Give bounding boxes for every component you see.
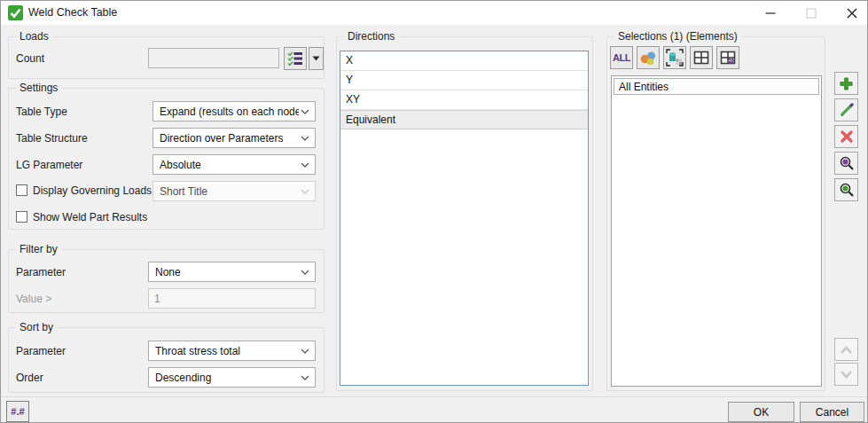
lg-parameter-label: LG Parameter [16, 159, 82, 171]
delete-selection-button[interactable] [834, 125, 858, 148]
chevron-down-icon [301, 375, 309, 380]
ok-button[interactable]: OK [728, 402, 794, 422]
governing-loads-title-value: Short Title [160, 185, 207, 198]
edit-pencil-icon [839, 103, 854, 118]
filter-value-input [148, 288, 316, 309]
table-type-label: Table Type [16, 106, 67, 118]
directions-group-label: Directions [344, 30, 398, 43]
filter-parameter-label: Parameter [16, 266, 66, 278]
move-down-button[interactable] [834, 363, 858, 386]
sort-by-group: Sort by Parameter Throat stress total Or… [8, 327, 325, 393]
directions-group: Directions X Y XY Equivalent [336, 36, 593, 391]
count-input[interactable] [148, 48, 279, 68]
select-by-entity-button[interactable] [637, 46, 660, 69]
weld-check-table-dialog: Weld Check Table Loads Count Settings T [0, 0, 868, 423]
move-up-button[interactable] [834, 338, 858, 361]
chevron-down-icon [301, 189, 309, 194]
selection-item-all-entities[interactable]: All Entities [614, 78, 819, 95]
add-icon [839, 76, 854, 91]
direction-item-y[interactable]: Y [340, 71, 588, 90]
zoom-visible-button[interactable] [834, 178, 858, 201]
all-text: ALL [613, 52, 630, 63]
close-button[interactable] [835, 1, 868, 25]
number-format-button[interactable]: #.# [6, 401, 29, 422]
governing-loads-title-select: Short Title [152, 181, 316, 201]
show-weld-part-results-checkbox[interactable] [16, 211, 27, 223]
directions-list: X Y XY Equivalent [340, 51, 589, 386]
table-type-value: Expand (results on each node [160, 106, 299, 118]
select-on-screen-icon [666, 49, 684, 67]
table-structure-value: Direction over Parameters [160, 132, 283, 145]
move-down-icon [839, 369, 854, 380]
grid-partial-fill-icon [719, 49, 737, 67]
count-label: Count [16, 52, 44, 65]
cancel-button[interactable]: Cancel [800, 402, 864, 422]
filter-by-group-label: Filter by [16, 243, 61, 256]
sort-parameter-label: Parameter [16, 345, 66, 357]
check-icon [8, 5, 23, 20]
dropdown-arrow-icon [312, 56, 320, 61]
filter-value-label: Value > [16, 293, 51, 305]
table-structure-label: Table Structure [16, 132, 88, 145]
chevron-down-icon [301, 162, 309, 168]
grid-icon [692, 49, 710, 67]
close-icon [847, 8, 857, 19]
sort-order-value: Descending [155, 372, 211, 384]
titlebar: Weld Check Table [1, 1, 867, 25]
sort-by-group-label: Sort by [16, 321, 57, 334]
filter-parameter-value: None [155, 266, 181, 278]
load-multi-select-button[interactable] [284, 47, 307, 70]
direction-item-x[interactable]: X [340, 51, 588, 71]
window-title: Weld Check Table [28, 6, 117, 19]
chevron-down-icon [301, 270, 309, 275]
direction-item-xy[interactable]: XY [340, 90, 588, 110]
chevron-down-icon [301, 349, 309, 354]
show-weld-part-results-label: Show Weld Part Results [33, 211, 147, 223]
sort-order-label: Order [16, 372, 43, 384]
colored-entities-icon [639, 49, 657, 67]
selections-group: Selections (1) (Elements) ALL [606, 36, 825, 391]
edit-selection-button[interactable] [834, 98, 858, 121]
sort-parameter-value: Throat stress total [155, 345, 240, 357]
loads-group-label: Loads [16, 30, 52, 43]
loads-group: Loads Count [8, 36, 325, 79]
zoom-selected-button[interactable] [834, 152, 858, 175]
sort-parameter-select[interactable]: Throat stress total [148, 341, 316, 361]
lg-parameter-value: Absolute [160, 159, 201, 171]
display-governing-loads-checkbox[interactable] [16, 184, 27, 196]
display-governing-loads-label: Display Governing Loads [33, 184, 152, 197]
direction-item-equivalent[interactable]: Equivalent [340, 110, 588, 129]
chevron-down-icon [301, 109, 309, 114]
minimize-button[interactable] [754, 1, 786, 25]
settings-group: Settings Table Type Expand (results on e… [8, 88, 325, 230]
minimize-icon [765, 8, 776, 19]
select-on-screen-button[interactable] [663, 46, 686, 69]
filter-parameter-select[interactable]: None [148, 262, 316, 282]
selections-group-label: Selections (1) (Elements) [614, 30, 741, 43]
maximize-button[interactable] [794, 1, 827, 25]
table-type-select[interactable]: Expand (results on each node [152, 101, 316, 121]
move-up-icon [839, 344, 854, 356]
footer-separator [1, 396, 867, 397]
grid-view-button[interactable] [690, 46, 713, 69]
chevron-down-icon [301, 136, 309, 141]
grid-fill-button[interactable] [716, 46, 739, 69]
multi-select-list-icon [287, 51, 303, 67]
add-selection-button[interactable] [834, 72, 858, 95]
load-dropdown-button[interactable] [309, 47, 324, 70]
filter-by-group: Filter by Parameter None Value > [8, 249, 325, 313]
maximize-icon [806, 8, 817, 19]
lg-parameter-select[interactable]: Absolute [152, 154, 316, 175]
select-all-button[interactable]: ALL [610, 46, 633, 69]
sort-order-select[interactable]: Descending [148, 367, 316, 388]
selections-list: All Entities [611, 75, 822, 387]
delete-x-icon [840, 129, 854, 144]
settings-group-label: Settings [16, 82, 61, 95]
table-structure-select[interactable]: Direction over Parameters [152, 128, 316, 148]
zoom-green-icon [839, 182, 855, 198]
zoom-purple-icon [839, 155, 855, 171]
